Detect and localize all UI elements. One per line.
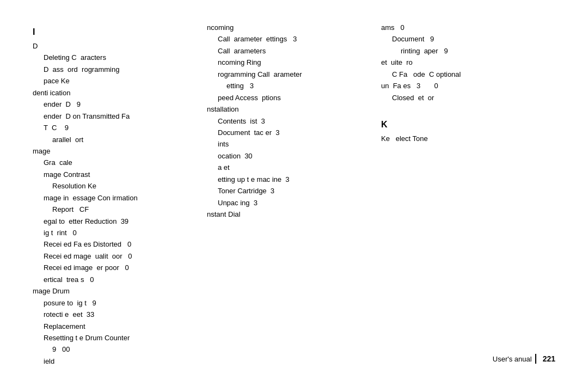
- list-item: D: [33, 40, 196, 52]
- list-item: etting 3: [207, 80, 370, 91]
- footer-label: User's anual: [493, 355, 532, 363]
- list-item: Resolution Ke: [33, 180, 196, 192]
- list-item: ender D 9: [33, 99, 196, 110]
- content-area: I D Deleting C aracters D ass ord rogram…: [33, 22, 555, 367]
- col3-entries: ams 0 Document 9 rinting aper 9 et uite …: [381, 22, 544, 103]
- list-item: Gra cale: [33, 157, 196, 168]
- column-2: ncoming Call arameter ettings 3 Call ara…: [207, 22, 381, 367]
- list-item: nstallation: [207, 103, 370, 115]
- list-item: rogramming Call arameter: [207, 69, 370, 80]
- column-3: ams 0 Document 9 rinting aper 9 et uite …: [381, 22, 555, 367]
- list-item: ncoming: [207, 22, 370, 33]
- list-item: Closed et or: [381, 92, 544, 103]
- list-item: Deleting C aracters: [33, 52, 196, 63]
- list-item: ertical trea s 0: [33, 274, 196, 285]
- list-item: Toner Cartridge 3: [207, 185, 370, 197]
- list-item: 9 00: [33, 344, 196, 355]
- list-item: Recei ed Fa es Distorted 0: [33, 238, 196, 250]
- page-footer: User's anual 221: [493, 348, 555, 364]
- column-1: I D Deleting C aracters D ass ord rogram…: [33, 22, 207, 367]
- list-item: un Fa es 3 0: [381, 80, 544, 91]
- list-item: Recei ed image er poor 0: [33, 262, 196, 273]
- list-item: posure to ig t 9: [33, 297, 196, 309]
- section-letter-k: K: [381, 120, 544, 130]
- list-item: pace Ke: [33, 75, 196, 87]
- list-item: Ke elect Tone: [381, 133, 544, 144]
- list-item: egal to etter Reduction 39: [33, 216, 196, 227]
- list-item: ender D on Transmitted Fa: [33, 111, 196, 122]
- list-item: peed Access ptions: [207, 92, 370, 103]
- list-item: et uite ro: [381, 57, 544, 68]
- list-item: ints: [207, 138, 370, 150]
- list-item: Recei ed mage ualit oor 0: [33, 250, 196, 262]
- list-item: rotecti e eet 33: [33, 309, 196, 320]
- list-item: ams 0: [381, 22, 544, 33]
- footer-divider-icon: [535, 354, 536, 364]
- page-container: I D Deleting C aracters D ass ord rogram…: [0, 0, 588, 380]
- list-item: nstant Dial: [207, 209, 370, 220]
- list-item: Report CF: [33, 204, 196, 215]
- list-item: C Fa ode C optional: [381, 69, 544, 80]
- list-item: Document 9: [381, 33, 544, 45]
- col2-entries: ncoming Call arameter ettings 3 Call ara…: [207, 22, 370, 220]
- list-item: mage: [33, 145, 196, 157]
- list-item: mage Contrast: [33, 169, 196, 180]
- list-item: T C 9: [33, 122, 196, 133]
- list-item: rinting aper 9: [381, 45, 544, 57]
- list-item: ocation 30: [207, 150, 370, 162]
- section-letter-i: I: [33, 27, 196, 37]
- list-item: mage in essage Con irmation: [33, 192, 196, 204]
- list-item: arallel ort: [33, 134, 196, 145]
- list-item: mage Drum: [33, 285, 196, 297]
- list-item: Resetting t e Drum Counter: [33, 332, 196, 344]
- list-item: Replacement: [33, 321, 196, 332]
- list-item: ig t rint 0: [33, 227, 196, 238]
- list-item: denti ication: [33, 87, 196, 99]
- list-item: a et: [207, 162, 370, 173]
- col1-entries: D Deleting C aracters D ass ord rogrammi…: [33, 40, 196, 367]
- list-item: Call arameters: [207, 45, 370, 57]
- list-item: ncoming Ring: [207, 57, 370, 68]
- list-item: Unpac ing 3: [207, 197, 370, 209]
- list-item: D ass ord rogramming: [33, 64, 196, 75]
- list-item: Document tac er 3: [207, 127, 370, 138]
- page-number: 221: [543, 354, 555, 363]
- list-item: Contents ist 3: [207, 115, 370, 127]
- list-item: ield: [33, 356, 196, 367]
- list-item: Call arameter ettings 3: [207, 33, 370, 45]
- list-item: etting up t e mac ine 3: [207, 174, 370, 185]
